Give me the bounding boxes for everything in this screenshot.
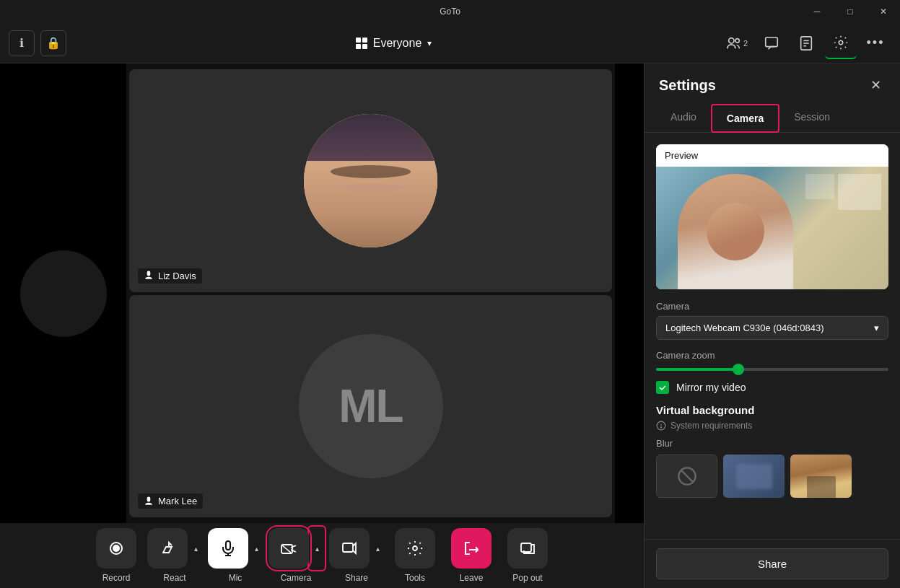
popout-button[interactable]: Pop out [502,528,553,583]
more-button[interactable]: ••• [860,27,891,59]
tab-camera[interactable]: Camera [711,104,779,133]
liz-davis-name: Liz Davis [138,268,202,284]
slider-track [656,368,888,371]
tools-icon-container [395,528,435,569]
react-icon-container [147,528,188,569]
mic-icon-container [208,528,248,569]
react-arrow[interactable]: ▴ [189,528,202,569]
svg-line-15 [291,550,296,552]
mark-initials: ML [299,334,443,478]
bg-room-thumb[interactable] [790,455,852,498]
video-columns: Liz Davis ML Mark Lee [0,63,644,523]
mic-button[interactable]: ▴ Mic [208,528,263,583]
video-area: Liz Davis ML Mark Lee [0,63,644,588]
slider-fill [656,368,738,371]
mark-lee-name: Mark Lee [138,493,203,509]
settings-body: Preview Camera Logitech Webcam C930 [645,133,900,539]
record-label: Record [102,573,131,583]
preview-label: Preview [656,144,888,167]
lock-icon: 🔒 [46,36,61,50]
sys-req-label: System requirements [670,421,752,431]
grid-icon [356,38,367,49]
bg-thumbnails [656,455,888,498]
topbar-left: ℹ 🔒 [9,30,66,56]
maximize-button[interactable]: □ [834,0,867,23]
svg-rect-19 [521,543,531,552]
tab-audio[interactable]: Audio [656,104,711,133]
camera-device-value: Logitech Webcam C930e (046d:0843) [665,322,823,333]
record-button[interactable]: Record [91,528,141,583]
mirror-video-row[interactable]: Mirror my video [656,381,888,394]
tab-session[interactable]: Session [779,104,844,133]
bg-blur-thumb[interactable] [723,455,785,498]
chat-button[interactable] [756,27,787,59]
popout-label: Pop out [512,573,542,583]
record-icon-container [96,528,136,569]
bg-none-thumb[interactable] [656,455,717,498]
window-controls: ─ □ ✕ [800,0,900,23]
chevron-down-icon: ▾ [427,38,432,48]
notes-button[interactable] [790,27,822,59]
svg-point-18 [413,546,417,550]
share-icon-container [329,528,370,569]
topbar-center: Everyone ▾ [66,32,721,54]
camera-icon-group: ▴ [268,528,323,569]
react-icon-group: ▴ [147,528,202,569]
video-main-column: Liz Davis ML Mark Lee [126,63,615,523]
titlebar: GoTo ─ □ ✕ [0,0,900,23]
mic-arrow[interactable]: ▴ [250,528,263,569]
svg-point-0 [729,38,734,43]
everyone-button[interactable]: Everyone ▾ [346,32,442,54]
camera-label: Camera [281,573,312,583]
camera-device-label: Camera [656,301,888,312]
share-icon-group: ▴ [329,528,384,569]
everyone-label: Everyone [373,37,422,50]
minimize-button[interactable]: ─ [800,0,834,23]
more-icon: ••• [867,35,885,51]
svg-rect-10 [226,541,230,550]
svg-line-24 [681,470,692,482]
svg-point-22 [660,427,661,428]
camera-zoom-slider[interactable] [656,368,888,371]
camera-select[interactable]: Logitech Webcam C930e (046d:0843) ▾ [656,316,888,340]
leave-button[interactable]: Leave [446,528,497,583]
slider-thumb[interactable] [733,364,744,375]
settings-panel: Settings ✕ Audio Camera Session Preview [644,63,900,588]
lock-button[interactable]: 🔒 [40,30,66,56]
tools-button[interactable]: Tools [390,528,440,583]
info-icon: ℹ [19,36,24,50]
react-button[interactable]: ▴ React [147,528,202,583]
share-arrow[interactable]: ▴ [371,528,384,569]
svg-point-7 [839,40,843,45]
mark-lee-tile: ML Mark Lee [129,295,612,518]
preview-image [656,167,888,289]
mirror-label: Mirror my video [676,382,746,393]
svg-line-16 [282,545,291,553]
left-dark-area [0,63,126,523]
svg-rect-2 [766,37,778,46]
participants-button[interactable]: 2 [721,27,753,59]
tools-label: Tools [405,573,425,583]
camera-zoom-label: Camera zoom [656,350,888,361]
react-label: React [163,573,185,583]
main-area: Liz Davis ML Mark Lee [0,63,900,588]
blur-label: Blur [656,438,888,449]
popout-icon-container [507,528,548,569]
camera-button[interactable]: ▴ Camera [268,528,323,583]
share-bottom-button[interactable]: Share [656,548,888,579]
share-toolbar-button[interactable]: ▴ Share [329,528,384,583]
liz-davis-tile: Liz Davis [129,69,612,292]
leave-icon-container [451,528,491,569]
settings-header: Settings ✕ [645,63,900,104]
app-title: GoTo [440,6,460,17]
camera-arrow[interactable]: ▴ [310,528,323,569]
close-button[interactable]: ✕ [867,0,900,23]
settings-button[interactable] [825,27,857,59]
info-button[interactable]: ℹ [9,30,35,56]
mic-icon-group: ▴ [208,528,263,569]
system-requirements[interactable]: System requirements [656,421,888,431]
mirror-checkbox[interactable] [656,381,669,394]
settings-close-button[interactable]: ✕ [865,75,886,95]
mark-name-label: Mark Lee [158,496,197,506]
svg-point-9 [113,545,120,552]
